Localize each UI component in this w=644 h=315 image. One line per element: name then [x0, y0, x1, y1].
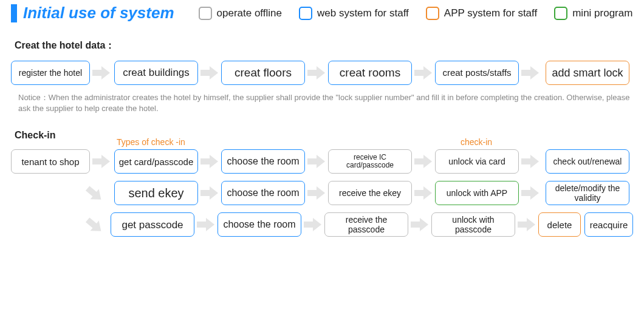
legend-web: web system for staff: [299, 7, 409, 20]
legend-app: APP system for staff: [426, 7, 537, 20]
node-choose-room-3: choose the room: [218, 212, 301, 237]
node-reacquire: reacquire: [584, 212, 633, 237]
arrow-icon: [521, 154, 540, 169]
arrow-icon: [200, 186, 219, 200]
page-title: Initial use of system: [23, 4, 174, 22]
arrow-icon: [411, 217, 429, 232]
title-accent-bar: [11, 4, 17, 22]
node-add-smart-lock: add smart lock: [546, 61, 629, 85]
arrow-icon: [307, 186, 326, 200]
legend-mini-label: mini program: [572, 7, 632, 19]
arrow-icon: [414, 154, 433, 169]
node-create-floors: creat floors: [221, 61, 305, 85]
legend-mini: mini program: [554, 7, 632, 20]
header: Initial use of system operate offline we…: [11, 4, 633, 22]
arrow-icon: [521, 186, 540, 200]
checkin-row-1: tenant to shop Types of check -in get ca…: [11, 149, 633, 174]
swatch-blue-icon: [299, 7, 312, 20]
node-choose-room-1: choose the room: [221, 149, 305, 174]
arrow-icon: [307, 154, 326, 169]
node-checkout: check out/renewal: [546, 149, 629, 174]
node-unlock-app: unlock with APP: [435, 181, 519, 205]
checkin-row-3: get passcode choose the room receive the…: [11, 212, 633, 237]
annot-checkin: check-in: [461, 137, 492, 147]
node-get-card: get card/passcode: [114, 149, 198, 174]
node-register-hotel: register the hotel: [11, 61, 90, 85]
arrow-diag-icon: [80, 213, 108, 240]
node-delete: delete: [538, 212, 581, 237]
legend: operate offline web system for staff APP…: [199, 7, 633, 20]
node-receive-passcode: receive the passcode: [324, 212, 408, 237]
checkin-row-2: send ekey choose the room receive the ek…: [11, 181, 633, 205]
node-create-buildings: creat buildings: [114, 61, 198, 85]
swatch-gray-icon: [199, 7, 212, 20]
node-get-passcode: get passcode: [111, 212, 194, 237]
node-unlock-passcode: unlock with passcode: [431, 212, 515, 237]
node-send-ekey: send ekey: [114, 181, 198, 205]
node-choose-room-2: choose the room: [221, 181, 305, 205]
arrow-icon: [521, 66, 540, 80]
annot-types: Types of check -in: [117, 137, 185, 147]
legend-web-label: web system for staff: [317, 7, 409, 19]
node-unlock-card: unlock via card: [435, 149, 519, 174]
node-tenant-to-shop: tenant to shop: [11, 149, 90, 174]
node-create-posts: creat posts/staffs: [435, 61, 519, 85]
notice-text: Notice：When the administrator creates th…: [18, 92, 632, 114]
node-receive-ic: receive IC card/passcode: [328, 149, 412, 174]
arrow-icon: [92, 66, 111, 80]
arrow-icon: [518, 217, 536, 232]
legend-app-label: APP system for staff: [444, 7, 537, 19]
node-receive-ekey: receive the ekey: [328, 181, 412, 205]
arrow-icon: [200, 154, 219, 169]
swatch-orange-icon: [426, 7, 439, 20]
arrow-icon: [414, 186, 433, 200]
arrow-icon: [92, 154, 111, 169]
swatch-green-icon: [554, 7, 567, 20]
arrow-icon: [304, 217, 322, 232]
arrow-icon: [200, 66, 219, 80]
arrow-icon: [414, 66, 433, 80]
section-checkin-heading: Check-in: [15, 130, 633, 141]
flow-hotel-data: register the hotel creat buildings creat…: [11, 61, 633, 85]
arrow-diag-icon: [80, 181, 108, 209]
section-hotel-data-heading: Creat the hotel data：: [15, 39, 633, 52]
arrow-icon: [197, 217, 215, 232]
legend-offline-label: operate offline: [217, 7, 282, 19]
legend-offline: operate offline: [199, 7, 282, 20]
node-create-rooms: creat rooms: [328, 61, 412, 85]
arrow-icon: [307, 66, 326, 80]
node-delete-modify: delete/modify the validity: [546, 181, 629, 205]
